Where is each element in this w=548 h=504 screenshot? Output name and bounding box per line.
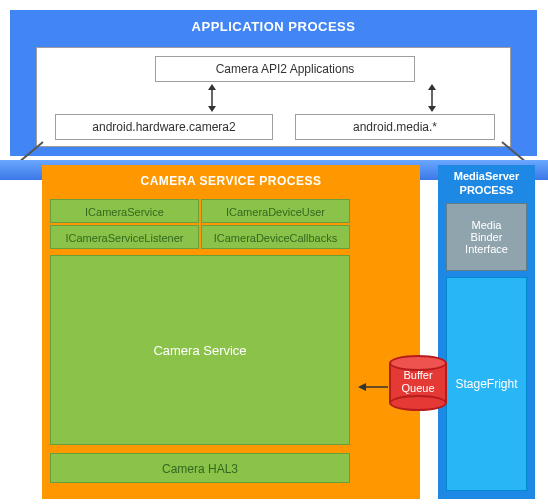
icameradevicecallbacks-box: ICameraDeviceCallbacks (201, 225, 350, 249)
icameraservice-box: ICameraService (50, 199, 199, 223)
application-process-title: APPLICATION PROCESS (11, 11, 536, 43)
double-arrow-icon (207, 84, 217, 112)
stagefright-box: StageFright (446, 277, 527, 491)
android-hardware-camera2-box: android.hardware.camera2 (55, 114, 273, 140)
arrow-left-icon (358, 378, 388, 388)
application-process-inner: Camera API2 Applications android.hardwar… (36, 47, 511, 147)
camera-hal3-box: Camera HAL3 (50, 453, 350, 483)
camera-service-process-title: CAMERA SERVICE PROCESS (42, 165, 420, 197)
cylinder-bottom (389, 395, 447, 411)
mediaserver-process-container: MediaServer PROCESS Media Binder Interfa… (438, 165, 535, 499)
mediaserver-process-title: MediaServer PROCESS (438, 165, 535, 201)
application-process-container: APPLICATION PROCESS Camera API2 Applicat… (10, 10, 537, 156)
media-binder-interface-box: Media Binder Interface (446, 203, 527, 271)
buffer-queue-label: Buffer Queue (389, 369, 447, 395)
buffer-queue-cylinder: Buffer Queue (389, 355, 447, 411)
icameraservicelistener-box: ICameraServiceListener (50, 225, 199, 249)
architecture-diagram: APPLICATION PROCESS Camera API2 Applicat… (0, 0, 548, 504)
icameradeviceuser-box: ICameraDeviceUser (201, 199, 350, 223)
camera-service-box: Camera Service (50, 255, 350, 445)
double-arrow-icon (427, 84, 437, 112)
camera-api2-applications-box: Camera API2 Applications (155, 56, 415, 82)
camera-service-process-container: CAMERA SERVICE PROCESS ICameraService IC… (42, 165, 420, 499)
interface-grid: ICameraService ICameraDeviceUser ICamera… (50, 199, 350, 249)
android-media-box: android.media.* (295, 114, 495, 140)
camera-service-process-inner: ICameraService ICameraDeviceUser ICamera… (50, 199, 350, 491)
